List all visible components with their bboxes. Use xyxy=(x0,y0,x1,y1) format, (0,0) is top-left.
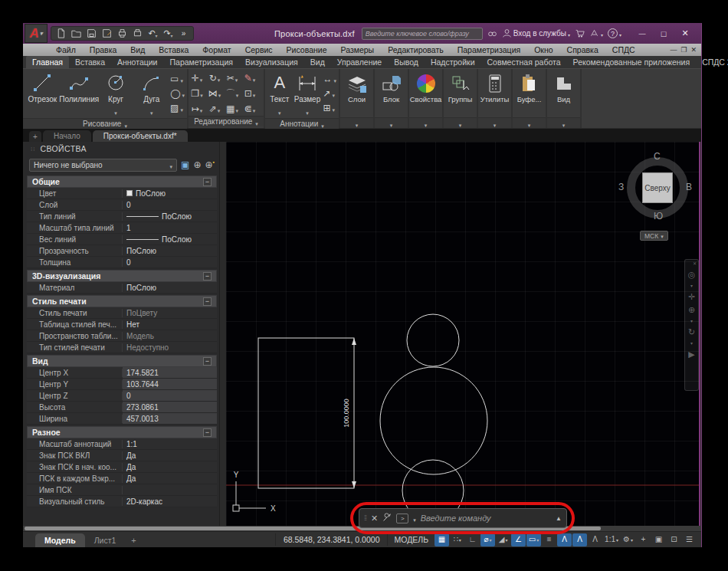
collapse-icon[interactable] xyxy=(203,428,212,437)
file-tab[interactable]: Прокси-объекты.dxf* xyxy=(93,130,188,142)
wrench-icon[interactable] xyxy=(382,511,392,525)
wcs-dropdown[interactable]: МСК xyxy=(640,231,668,241)
erase-icon[interactable]: ✎ xyxy=(241,71,258,85)
command-input[interactable]: Введите команду xyxy=(421,514,551,523)
viewcube-face[interactable]: Сверху xyxy=(642,172,673,203)
toolbar-more-button[interactable] xyxy=(177,28,190,40)
viewcube-west[interactable]: З xyxy=(618,182,624,192)
showmotion-icon[interactable]: ▶ xyxy=(688,350,694,359)
property-row[interactable]: Масштаб типа линий 1 xyxy=(27,222,217,234)
maximize-button[interactable] xyxy=(654,27,674,41)
annotation-panel-footer[interactable]: Аннотации xyxy=(265,118,339,129)
save-button[interactable] xyxy=(85,28,98,40)
clipboard-panel[interactable]: Буфе... xyxy=(513,69,547,128)
layout-tab[interactable]: Модель xyxy=(35,533,85,547)
property-row[interactable]: Таблица стилей печ... Нет xyxy=(27,319,217,330)
menu-item[interactable]: Сервис xyxy=(238,45,280,54)
block-panel[interactable]: Блок xyxy=(375,69,409,128)
viewcube-east[interactable]: В xyxy=(686,182,692,192)
rectangle-icon[interactable]: ▭ xyxy=(170,72,185,85)
recent-commands-icon[interactable] xyxy=(396,514,408,523)
mdi-restore-button[interactable] xyxy=(680,46,687,54)
a360-button[interactable] xyxy=(589,28,603,38)
stretch-icon[interactable]: ↦ xyxy=(189,101,205,116)
zoom-icon[interactable]: ⊕ xyxy=(688,306,695,314)
rectangle-entity[interactable] xyxy=(258,338,354,488)
ribbon-tab[interactable]: Параметризация xyxy=(164,56,240,68)
ucs-icon[interactable]: Y X xyxy=(233,471,276,513)
menu-item[interactable]: Редактировать xyxy=(381,45,451,54)
close-button[interactable] xyxy=(675,27,695,41)
property-row[interactable]: Пространство табли... Модель xyxy=(27,330,217,342)
property-row[interactable]: Высота 273.0861 xyxy=(27,402,217,413)
viewcube-north[interactable]: С xyxy=(654,151,661,162)
help-button[interactable]: ? xyxy=(608,28,621,38)
property-row[interactable]: Масштаб аннотаций 1:1 xyxy=(27,438,217,450)
app-logo-button[interactable]: A ▾ xyxy=(25,24,48,43)
quick-select-button[interactable]: ⊕▪ xyxy=(205,159,215,170)
ribbon-tab[interactable]: СПДС 2019 xyxy=(696,56,728,68)
property-row[interactable]: Знак ПСК в нач. коо... Да xyxy=(27,461,217,473)
view-panel-footer[interactable] xyxy=(547,117,580,128)
property-row[interactable]: Слой 0 xyxy=(27,199,217,211)
palette-grip[interactable] xyxy=(31,146,35,153)
menu-item[interactable]: Размеры xyxy=(334,45,382,54)
property-row[interactable]: Толщина 0 xyxy=(27,257,217,268)
customization-icon[interactable]: ☰▾ xyxy=(682,533,697,546)
search-button[interactable] xyxy=(487,28,497,38)
groups-panel[interactable]: Группы xyxy=(444,69,478,128)
menu-item[interactable]: Вид xyxy=(123,45,152,54)
ribbon-tab[interactable]: Рекомендованные приложения xyxy=(567,56,697,68)
new-tab-button[interactable] xyxy=(29,131,41,142)
ribbon-tab[interactable]: Вид xyxy=(304,56,331,68)
snap-icon[interactable]: ∷▾ xyxy=(450,533,464,546)
hatch-icon[interactable]: ▨ xyxy=(170,101,185,114)
sign-in-button[interactable]: Вход в службы xyxy=(502,28,570,38)
copy-icon[interactable]: ❐ xyxy=(189,86,205,100)
large-circle-entity[interactable] xyxy=(380,367,487,474)
navbar-close-icon[interactable]: ✕ xyxy=(693,261,697,266)
property-row[interactable]: Стиль печати ПоЦвету xyxy=(27,307,217,319)
property-row[interactable]: ПСК в каждом Вэкр... Да xyxy=(27,473,217,484)
redo-button[interactable]: ↷ xyxy=(162,28,175,40)
mdi-close-button[interactable] xyxy=(690,46,697,54)
ribbon-tab[interactable]: Визуализация xyxy=(239,56,304,68)
utilities-panel-footer[interactable] xyxy=(478,117,511,128)
select-objects-button[interactable]: ⊕ xyxy=(193,159,201,170)
isodraft-icon[interactable]: ◢▾ xyxy=(496,533,510,546)
annotation-scale-list-icon[interactable]: Λ▾ xyxy=(588,533,602,546)
history-expand-icon[interactable] xyxy=(556,515,562,522)
save-as-button[interactable] xyxy=(100,28,113,40)
menu-item[interactable]: Справка xyxy=(560,45,605,54)
property-row[interactable]: Имя ПСК xyxy=(27,484,217,496)
menu-item[interactable]: Правка xyxy=(83,45,123,54)
table-icon[interactable]: ⊞ xyxy=(323,101,336,114)
new-file-button[interactable] xyxy=(54,28,67,40)
polar-tracking-icon[interactable]: ⌀▾ xyxy=(480,533,495,546)
dimension-style-icon[interactable]: ↔ xyxy=(323,72,336,85)
app-store-button[interactable] xyxy=(575,28,585,38)
drawing-canvas[interactable]: 100.0000 Y X Сверху С Ю З В МСК ✕ ◎ ▾ xyxy=(226,142,700,526)
property-row[interactable]: Тип стилей печати Недоступно xyxy=(27,342,217,353)
line-button[interactable]: Отрезок xyxy=(25,71,60,103)
properties-ribbon-panel[interactable]: Свойства xyxy=(409,69,444,128)
fillet-icon[interactable]: ⌒ xyxy=(224,86,241,100)
mdi-minimize-button[interactable] xyxy=(670,46,677,54)
space-label[interactable]: МОДЕЛЬ xyxy=(388,535,435,544)
property-row[interactable]: Прозрачность ПоСлою xyxy=(27,245,217,257)
ribbon-tab[interactable]: Вставка xyxy=(69,56,111,68)
undo-button[interactable]: ↶ xyxy=(146,28,159,40)
collapse-icon[interactable] xyxy=(203,297,212,306)
polyline-button[interactable]: Полилиния xyxy=(61,71,97,103)
open-file-button[interactable] xyxy=(70,28,83,40)
properties-panel-footer[interactable] xyxy=(409,117,442,128)
small-circle-entity[interactable] xyxy=(407,314,459,366)
section-header[interactable]: Стиль печати xyxy=(27,295,217,307)
crosshair-icon[interactable]: +▾ xyxy=(636,533,651,546)
property-row[interactable]: Цвет ПоСлою xyxy=(27,188,217,199)
rotate-icon[interactable]: ↻ xyxy=(206,71,223,85)
collapse-icon[interactable] xyxy=(203,178,212,186)
explode-icon[interactable]: ⊡ xyxy=(241,86,258,100)
layers-panel-footer[interactable] xyxy=(340,117,373,128)
workspace-gear-icon[interactable]: ⚙▾ xyxy=(621,533,635,546)
